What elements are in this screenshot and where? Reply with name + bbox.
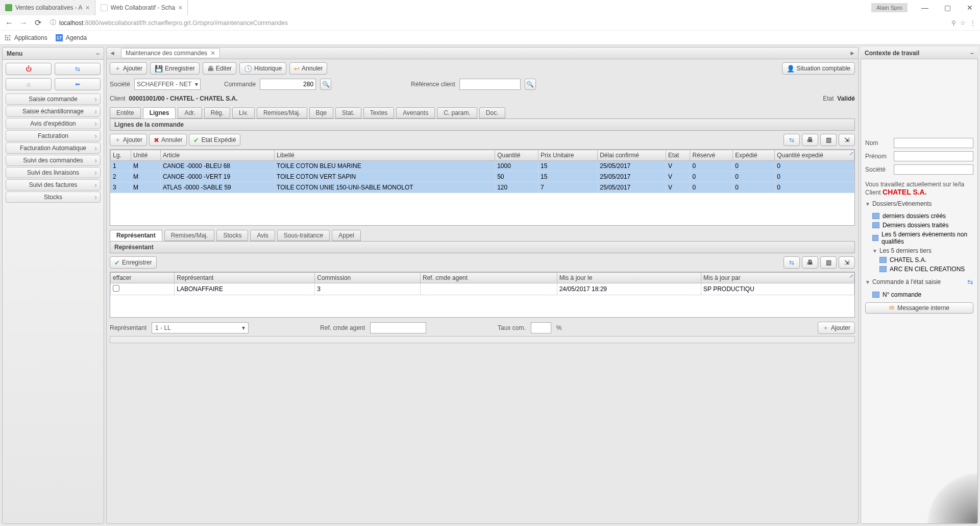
close-icon[interactable]: ✕	[960, 1, 980, 15]
calendar-icon: 17	[56, 34, 63, 41]
agenda-bookmark[interactable]: 17 Agenda	[56, 34, 87, 41]
back-icon[interactable]: ←	[4, 18, 14, 28]
bookmark-bar: Applications 17 Agenda	[0, 31, 980, 45]
apps-bookmark[interactable]: Applications	[4, 34, 47, 41]
browser-tab[interactable]: Web Collaboratif - Scha ×	[95, 0, 188, 15]
reload-icon[interactable]: ⟳	[33, 18, 43, 28]
browser-chrome: Ventes collaboratives - A × Web Collabor…	[0, 0, 980, 45]
bookmark-label: Applications	[14, 34, 47, 41]
apps-icon	[4, 34, 11, 41]
menu-icon[interactable]: ⋮	[970, 19, 976, 27]
tab-title: Ventes collaboratives - A	[15, 4, 82, 11]
close-icon[interactable]: ×	[178, 4, 182, 12]
forward-icon[interactable]: →	[18, 18, 29, 28]
bookmark-label: Agenda	[66, 34, 87, 41]
user-badge[interactable]: Alain Spro	[871, 3, 908, 12]
address-bar: ← → ⟳ ⓘ localhost:8080/webcollaboratif/f…	[0, 15, 980, 31]
favicon-icon	[5, 4, 12, 11]
browser-tab[interactable]: Ventes collaboratives - A ×	[0, 0, 95, 15]
maximize-icon[interactable]: ▢	[937, 1, 958, 15]
url-text: localhost:8080/webcollaboratif/fr.schaef…	[59, 19, 288, 27]
favicon-icon	[101, 4, 108, 11]
url-field[interactable]: ⓘ localhost:8080/webcollaboratif/fr.scha…	[47, 17, 947, 29]
bookmark-pin-icon[interactable]: ⚲	[951, 19, 956, 27]
star-icon[interactable]: ☆	[960, 19, 966, 27]
minimize-icon[interactable]: —	[915, 1, 935, 15]
tab-title: Web Collaboratif - Scha	[111, 4, 176, 11]
browser-titlebar: Ventes collaboratives - A × Web Collabor…	[0, 0, 980, 15]
info-icon[interactable]: ⓘ	[50, 18, 56, 27]
close-icon[interactable]: ×	[85, 4, 89, 12]
